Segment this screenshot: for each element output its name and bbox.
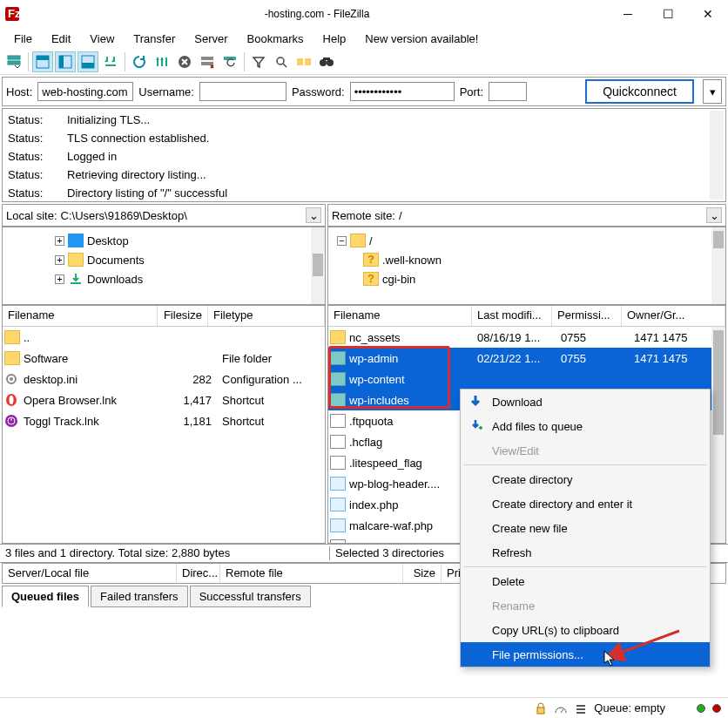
ctx-file-permissions[interactable]: File permissions... bbox=[461, 642, 710, 667]
search-icon[interactable] bbox=[271, 51, 292, 72]
close-button[interactable]: ✕ bbox=[688, 0, 728, 28]
quickconnect-button[interactable]: Quickconnect bbox=[585, 79, 694, 104]
file-permissions: 0755 bbox=[561, 352, 630, 365]
expand-icon[interactable]: + bbox=[55, 255, 64, 265]
file-row[interactable]: wp-admin02/21/22 1...07551471 1475 bbox=[328, 348, 725, 369]
binoculars-icon[interactable] bbox=[316, 51, 337, 72]
local-file-list[interactable]: Filename Filesize Filetype ..SoftwareFil… bbox=[2, 305, 326, 544]
file-type: Shortcut bbox=[215, 415, 264, 428]
tree-node[interactable]: Downloads bbox=[87, 273, 143, 286]
file-row[interactable]: SoftwareFile folder bbox=[3, 348, 325, 369]
window-title: -hosting.com - FileZilla bbox=[26, 8, 608, 20]
file-row[interactable]: nc_assets08/16/19 1...07551471 1475 bbox=[328, 327, 725, 348]
disconnect-icon[interactable] bbox=[197, 51, 218, 72]
maximize-button[interactable]: ☐ bbox=[648, 0, 688, 28]
filter-icon[interactable] bbox=[248, 51, 269, 72]
tree-node[interactable]: Desktop bbox=[87, 234, 129, 247]
col-direction[interactable]: Direc... bbox=[177, 564, 220, 583]
menu-new-version[interactable]: New version available! bbox=[356, 30, 487, 47]
tree-scrollbar[interactable] bbox=[311, 227, 325, 304]
menu-file[interactable]: File bbox=[5, 30, 41, 47]
host-label: Host: bbox=[6, 85, 32, 98]
file-scrollbar[interactable] bbox=[711, 327, 725, 543]
svg-point-21 bbox=[10, 377, 13, 381]
col-remote-file[interactable]: Remote file bbox=[220, 564, 403, 583]
ctx-create-dir-enter[interactable]: Create directory and enter it bbox=[461, 491, 710, 516]
col-filename[interactable]: Filename bbox=[3, 306, 158, 326]
menu-bookmarks[interactable]: Bookmarks bbox=[239, 30, 313, 47]
tab-failed[interactable]: Failed transfers bbox=[91, 586, 188, 607]
ctx-create-dir[interactable]: Create directory bbox=[461, 467, 710, 491]
ctx-create-file[interactable]: Create new file bbox=[461, 516, 710, 540]
file-row[interactable]: desktop.ini282Configuration ... bbox=[3, 369, 325, 389]
refresh-icon[interactable] bbox=[129, 51, 150, 72]
toggle-tree-icon[interactable] bbox=[55, 51, 76, 72]
col-server-local[interactable]: Server/Local file bbox=[3, 564, 177, 583]
col-owner[interactable]: Owner/Gr... bbox=[622, 306, 725, 326]
col-permissions[interactable]: Permissi... bbox=[552, 306, 622, 326]
col-modified[interactable]: Last modifi... bbox=[472, 306, 552, 326]
file-row[interactable]: .. bbox=[3, 327, 325, 348]
queue-status: Queue: empty bbox=[594, 701, 665, 715]
collapse-icon[interactable]: − bbox=[337, 236, 347, 246]
menu-view[interactable]: View bbox=[81, 30, 123, 47]
toggle-queue-icon[interactable] bbox=[100, 51, 121, 72]
local-tree[interactable]: +Desktop +Documents +Downloads bbox=[2, 227, 326, 305]
log-msg: Directory listing of "/" successful bbox=[67, 184, 227, 202]
file-row[interactable]: Toggl Track.lnk1,181Shortcut bbox=[3, 410, 325, 431]
remote-path-input[interactable] bbox=[399, 209, 703, 222]
ctx-delete[interactable]: Delete bbox=[461, 569, 710, 593]
menu-edit[interactable]: Edit bbox=[43, 30, 79, 47]
col-filetype[interactable]: Filetype bbox=[208, 306, 325, 326]
desktop-icon bbox=[68, 234, 84, 247]
local-path-input[interactable] bbox=[61, 209, 302, 222]
opera-icon bbox=[4, 393, 20, 407]
minimize-button[interactable]: ─ bbox=[608, 0, 648, 28]
ctx-copy-url[interactable]: Copy URL(s) to clipboard bbox=[461, 618, 710, 642]
expand-icon[interactable]: + bbox=[55, 236, 64, 246]
speed-icon[interactable] bbox=[554, 702, 568, 715]
ctx-add-queue[interactable]: Add files to queue bbox=[461, 414, 710, 438]
remote-path-dropdown[interactable]: ⌄ bbox=[706, 207, 722, 223]
ctx-download[interactable]: Download bbox=[461, 389, 710, 414]
password-input[interactable] bbox=[350, 82, 455, 101]
sitemanager-icon[interactable] bbox=[3, 51, 24, 72]
log-msg: Retrieving directory listing... bbox=[67, 166, 206, 184]
username-input[interactable] bbox=[199, 82, 286, 101]
col-filesize[interactable]: Filesize bbox=[158, 306, 208, 326]
tree-node[interactable]: Documents bbox=[87, 254, 145, 267]
ctx-refresh[interactable]: Refresh bbox=[461, 540, 710, 565]
file-name: .. bbox=[24, 331, 159, 344]
file-owner: 1471 1475 bbox=[634, 352, 687, 365]
toggle-remote-tree-icon[interactable] bbox=[78, 51, 98, 72]
quickconnect-dropdown[interactable]: ▾ bbox=[703, 79, 722, 104]
remote-tree[interactable]: −/ ?.well-known ?cgi-bin bbox=[327, 227, 726, 305]
cancel-icon[interactable] bbox=[174, 51, 195, 72]
file-icon bbox=[330, 456, 346, 470]
menu-transfer[interactable]: Transfer bbox=[125, 30, 184, 47]
menu-server[interactable]: Server bbox=[185, 30, 236, 47]
tree-node[interactable]: cgi-bin bbox=[382, 273, 415, 286]
expand-icon[interactable]: + bbox=[55, 274, 64, 284]
svg-rect-27 bbox=[576, 705, 585, 707]
col-size[interactable]: Size bbox=[403, 564, 442, 583]
svg-rect-2 bbox=[8, 56, 20, 59]
tab-queued[interactable]: Queued files bbox=[2, 586, 89, 607]
port-input[interactable] bbox=[489, 82, 527, 101]
tree-node[interactable]: / bbox=[369, 234, 373, 247]
reconnect-icon[interactable] bbox=[219, 51, 240, 72]
compare-icon[interactable] bbox=[293, 51, 314, 72]
menu-help[interactable]: Help bbox=[314, 30, 355, 47]
host-input[interactable] bbox=[37, 82, 133, 101]
title-bar: Fz -hosting.com - FileZilla ─ ☐ ✕ bbox=[0, 0, 728, 28]
local-path-dropdown[interactable]: ⌄ bbox=[306, 207, 321, 223]
file-row[interactable]: Opera Browser.lnk1,417Shortcut bbox=[3, 389, 325, 410]
toggle-log-icon[interactable] bbox=[32, 51, 53, 72]
col-filename[interactable]: Filename bbox=[328, 306, 472, 326]
log-scrollbar[interactable] bbox=[710, 111, 724, 200]
tab-successful[interactable]: Successful transfers bbox=[190, 586, 311, 607]
process-queue-icon[interactable] bbox=[152, 51, 172, 72]
tree-node[interactable]: .well-known bbox=[382, 254, 442, 267]
tree-scrollbar[interactable] bbox=[711, 227, 725, 304]
file-row[interactable]: wp-content bbox=[328, 369, 725, 389]
